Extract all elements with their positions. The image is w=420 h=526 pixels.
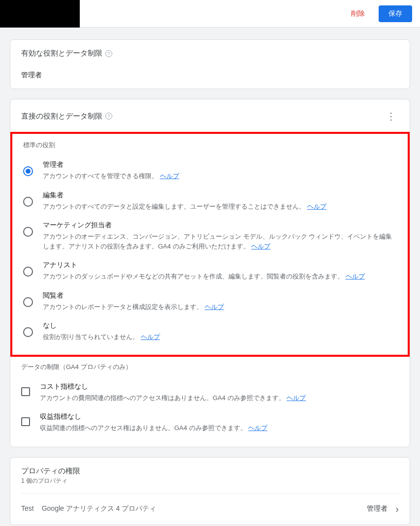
role-item-analyst[interactable]: アナリスト アカウントのダッシュボードやメモなどの共有アセットを作成、編集します…: [23, 256, 397, 286]
topbar: 削除 保存: [0, 0, 420, 28]
direct-roles-card: 直接の役割とデータ制限 ? ⋮ 標準の役割 管理者 アカウントのすべてを管理でき…: [10, 99, 410, 447]
restriction-name: コスト指標なし: [40, 382, 399, 391]
direct-roles-title: 直接の役割とデータ制限 ?: [21, 112, 112, 121]
property-permissions-card: プロパティの権限 1 個のプロパティ Test Google アナリティクス 4…: [10, 457, 410, 525]
role-desc: アカウントのすべてを管理できる権限。 ヘルプ: [43, 171, 397, 181]
restriction-desc-text: アカウントの費用関連の指標へのアクセス権はありません。GA4 のみ参照できます。: [40, 394, 285, 402]
role-desc: アカウントのダッシュボードやメモなどの共有アセットを作成、編集します。閲覧者の役…: [43, 272, 397, 281]
role-radio-marketer[interactable]: [23, 227, 33, 237]
help-link[interactable]: ヘルプ: [307, 203, 326, 210]
help-link[interactable]: ヘルプ: [141, 333, 160, 340]
restriction-checkbox-revenue[interactable]: [21, 417, 30, 426]
role-text: 閲覧者 アカウントのレポートデータと構成設定を表示します。 ヘルプ: [43, 291, 397, 312]
restriction-text: 収益指標なし 収益関連の指標へのアクセス権はありません。GA4 のみ参照できます…: [40, 412, 399, 433]
restriction-desc-text: 収益関連の指標へのアクセス権はありません。GA4 のみ参照できます。: [40, 424, 247, 432]
property-row-right: 管理者 ›: [367, 503, 399, 515]
more-button[interactable]: ⋮: [383, 108, 399, 124]
restriction-desc: 収益関連の指標へのアクセス権はありません。GA4 のみ参照できます。 ヘルプ: [40, 423, 399, 433]
role-item-none[interactable]: なし 役割が割り当てられていません。 ヘルプ: [23, 316, 397, 347]
role-text: アナリスト アカウントのダッシュボードやメモなどの共有アセットを作成、編集します…: [43, 261, 397, 281]
direct-roles-title-text: 直接の役割とデータ制限: [21, 112, 102, 121]
restriction-item-revenue[interactable]: 収益指標なし 収益関連の指標へのアクセス権はありません。GA4 のみ参照できます…: [21, 407, 399, 438]
role-item-viewer[interactable]: 閲覧者 アカウントのレポートデータと構成設定を表示します。 ヘルプ: [23, 286, 397, 317]
help-link[interactable]: ヘルプ: [248, 424, 267, 432]
data-restrictions-section: データの制限（GA4 プロパティのみ） コスト指標なし アカウントの費用関連の指…: [21, 363, 399, 438]
role-radio-admin[interactable]: [23, 166, 33, 176]
help-link[interactable]: ヘルプ: [205, 303, 224, 310]
property-title: プロパティの権限: [21, 466, 399, 476]
chevron-right-icon: ›: [395, 503, 399, 515]
role-item-marketer[interactable]: マーケティング担当者 アカウントのオーディエンス、コンバージョン、アトリビューシ…: [23, 216, 397, 256]
property-role: 管理者: [367, 504, 388, 513]
role-name: 閲覧者: [43, 291, 397, 300]
data-restrictions-subtitle: データの制限（GA4 プロパティのみ）: [21, 363, 399, 371]
restriction-item-cost[interactable]: コスト指標なし アカウントの費用関連の指標へのアクセス権はありません。GA4 の…: [21, 377, 399, 408]
role-desc-text: アカウントのレポートデータと構成設定を表示します。: [43, 303, 203, 310]
topbar-actions: 削除 保存: [345, 5, 412, 22]
role-name: なし: [43, 321, 397, 330]
role-radio-analyst[interactable]: [23, 267, 33, 277]
property-label2: Google アナリティクス 4 プロパティ: [42, 504, 157, 513]
standard-roles-subtitle: 標準の役割: [23, 141, 397, 150]
effective-roles-title-text: 有効な役割とデータ制限: [21, 49, 102, 58]
role-desc-text: アカウントのダッシュボードやメモなどの共有アセットを作成、編集します。閲覧者の役…: [43, 273, 344, 280]
role-desc: 役割が割り当てられていません。 ヘルプ: [43, 332, 397, 342]
role-name: マーケティング担当者: [43, 221, 397, 230]
role-desc: アカウントのすべてのデータと設定を編集します。ユーザーを管理することはできません…: [43, 202, 397, 212]
effective-role-value: 管理者: [21, 71, 399, 80]
role-desc-text: 役割が割り当てられていません。: [43, 333, 139, 340]
restriction-desc: アカウントの費用関連の指標へのアクセス権はありません。GA4 のみ参照できます。…: [40, 393, 399, 403]
direct-roles-title-row: 直接の役割とデータ制限 ? ⋮: [21, 108, 399, 124]
role-desc: アカウントのオーディエンス、コンバージョン、アトリビューション モデル、ルックバ…: [43, 232, 397, 251]
help-link[interactable]: ヘルプ: [251, 243, 270, 250]
restriction-text: コスト指標なし アカウントの費用関連の指標へのアクセス権はありません。GA4 の…: [40, 382, 399, 403]
help-icon[interactable]: ?: [105, 113, 112, 120]
restriction-name: 収益指標なし: [40, 412, 399, 421]
role-text: なし 役割が割り当てられていません。 ヘルプ: [43, 321, 397, 342]
role-text: 編集者 アカウントのすべてのデータと設定を編集します。ユーザーを管理することはで…: [43, 191, 397, 212]
help-link[interactable]: ヘルプ: [160, 172, 179, 180]
standard-roles-section: 標準の役割 管理者 アカウントのすべてを管理できる権限。 ヘルプ 編集者 アカウ…: [10, 132, 410, 357]
content: 有効な役割とデータ制限 ? 管理者 直接の役割とデータ制限 ? ⋮ 標準の役割 …: [0, 28, 420, 526]
property-count: 1 個のプロパティ: [21, 477, 399, 485]
role-desc-text: アカウントのすべてを管理できる権限。: [43, 172, 158, 180]
role-text: 管理者 アカウントのすべてを管理できる権限。 ヘルプ: [43, 160, 397, 181]
effective-roles-title: 有効な役割とデータ制限 ?: [21, 49, 399, 58]
role-text: マーケティング担当者 アカウントのオーディエンス、コンバージョン、アトリビューシ…: [43, 221, 397, 251]
redacted-box: [0, 0, 80, 28]
property-row[interactable]: Test Google アナリティクス 4 プロパティ 管理者 ›: [21, 493, 399, 525]
role-item-editor[interactable]: 編集者 アカウントのすべてのデータと設定を編集します。ユーザーを管理することはで…: [23, 186, 397, 217]
role-name: 管理者: [43, 160, 397, 169]
role-desc: アカウントのレポートデータと構成設定を表示します。 ヘルプ: [43, 302, 397, 312]
role-name: 編集者: [43, 191, 397, 200]
help-link[interactable]: ヘルプ: [346, 273, 365, 280]
delete-button[interactable]: 削除: [345, 5, 371, 22]
role-name: アナリスト: [43, 261, 397, 270]
topbar-left: [0, 0, 80, 27]
property-label1: Test: [21, 504, 34, 513]
save-button[interactable]: 保存: [379, 5, 412, 22]
effective-roles-card: 有効な役割とデータ制限 ? 管理者: [10, 39, 410, 89]
role-radio-viewer[interactable]: [23, 297, 33, 307]
role-desc-text: アカウントのすべてのデータと設定を編集します。ユーザーを管理することはできません…: [43, 203, 305, 210]
help-link[interactable]: ヘルプ: [287, 394, 306, 402]
role-item-admin[interactable]: 管理者 アカウントのすべてを管理できる権限。 ヘルプ: [23, 155, 397, 186]
property-row-left: Test Google アナリティクス 4 プロパティ: [21, 504, 156, 513]
restriction-checkbox-cost[interactable]: [21, 387, 30, 396]
help-icon[interactable]: ?: [105, 50, 112, 57]
role-radio-none[interactable]: [23, 327, 33, 337]
more-vert-icon: ⋮: [386, 110, 396, 122]
role-radio-editor[interactable]: [23, 197, 33, 207]
role-desc-text: アカウントのオーディエンス、コンバージョン、アトリビューション モデル、ルックバ…: [43, 233, 392, 250]
